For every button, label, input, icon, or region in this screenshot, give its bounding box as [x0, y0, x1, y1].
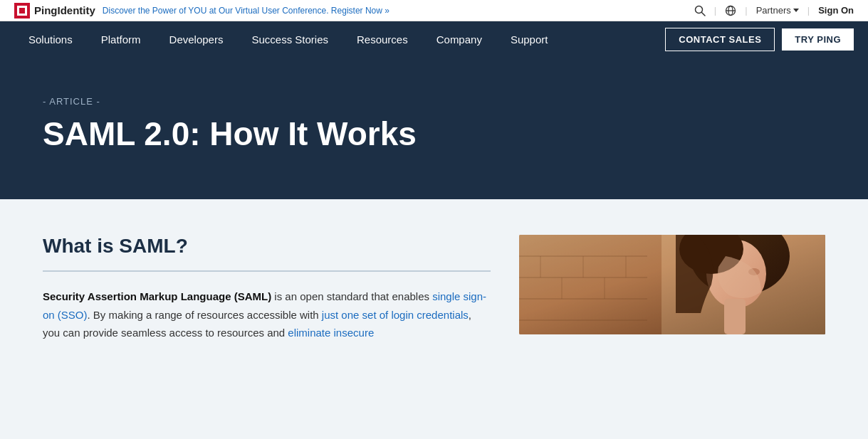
sign-on-link[interactable]: Sign On: [818, 5, 854, 16]
body-text-2: . By making a range of resources accessi…: [88, 309, 322, 321]
content-image-inner: [519, 235, 825, 334]
logo[interactable]: PingIdentity: [14, 3, 95, 18]
credentials-link[interactable]: just one set of login credentials: [322, 309, 469, 321]
main-nav: Solutions Platform Developers Success St…: [0, 21, 868, 57]
body-paragraph: Security Assertion Markup Language (SAML…: [43, 287, 491, 342]
svg-line-4: [701, 12, 705, 16]
svg-rect-2: [19, 8, 25, 14]
ping-identity-logo-icon: [14, 3, 30, 18]
try-ping-button[interactable]: TRY PING: [782, 28, 854, 51]
nav-item-platform[interactable]: Platform: [87, 21, 155, 57]
top-bar-right: | | Partners | Sign On: [694, 5, 854, 16]
svg-rect-12: [724, 299, 746, 334]
search-icon[interactable]: [694, 5, 706, 16]
content-image: [519, 235, 825, 334]
divider-2: |: [745, 5, 747, 16]
chevron-down-icon: [793, 9, 799, 12]
divider-1: |: [714, 5, 716, 16]
section-divider: [43, 270, 491, 272]
nav-actions: CONTACT SALES TRY PING: [665, 28, 854, 51]
body-text-1: is an open standard that enables: [271, 290, 432, 302]
nav-item-solutions[interactable]: Solutions: [14, 21, 87, 57]
partners-label: Partners: [756, 5, 791, 16]
bold-saml-term: Security Assertion Markup Language (SAML…: [43, 290, 271, 302]
logo-text: PingIdentity: [34, 4, 95, 16]
nav-item-resources[interactable]: Resources: [343, 21, 422, 57]
nav-item-support[interactable]: Support: [496, 21, 563, 57]
nav-item-developers[interactable]: Developers: [155, 21, 238, 57]
content-text: What is SAML? Security Assertion Markup …: [43, 235, 491, 342]
divider-3: |: [807, 5, 810, 16]
nav-item-success-stories[interactable]: Success Stories: [237, 21, 343, 57]
person-image-svg: [519, 235, 825, 334]
top-bar-left: PingIdentity Discover the Power of YOU a…: [14, 3, 389, 18]
svg-rect-15: [519, 235, 662, 334]
top-utility-bar: PingIdentity Discover the Power of YOU a…: [0, 0, 868, 21]
content-area: What is SAML? Security Assertion Markup …: [0, 199, 868, 371]
nav-items: Solutions Platform Developers Success St…: [14, 21, 665, 57]
content-inner: What is SAML? Security Assertion Markup …: [43, 235, 825, 342]
contact-sales-button[interactable]: CONTACT SALES: [665, 28, 775, 51]
eliminate-link[interactable]: eliminate insecure: [288, 327, 374, 339]
nav-item-company[interactable]: Company: [422, 21, 496, 57]
hero-title: SAML 2.0: How It Works: [43, 115, 541, 153]
globe-icon[interactable]: [725, 5, 736, 16]
section-title: What is SAML?: [43, 235, 491, 258]
partners-menu[interactable]: Partners: [756, 5, 799, 16]
hero-section: - ARTICLE - SAML 2.0: How It Works: [0, 57, 868, 199]
article-label: - ARTICLE -: [43, 96, 825, 107]
announcement-text[interactable]: Discover the Power of YOU at Our Virtual…: [103, 6, 389, 16]
